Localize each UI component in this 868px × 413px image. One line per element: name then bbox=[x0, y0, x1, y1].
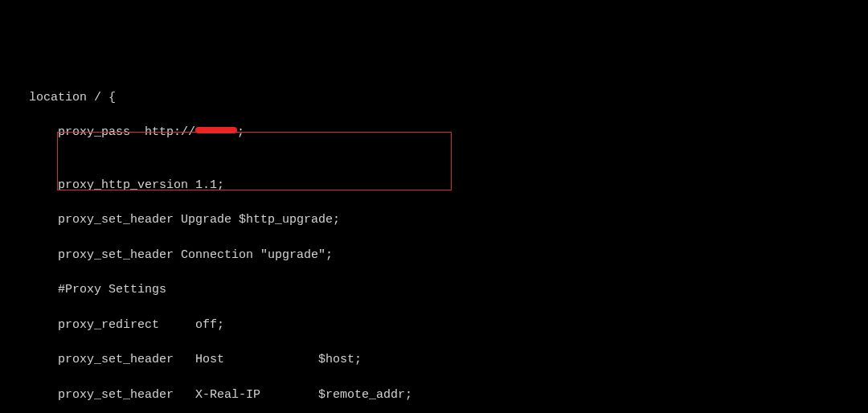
code-line: proxy_http_version 1.1; bbox=[0, 177, 868, 194]
code-line: proxy_set_header Upgrade $http_upgrade; bbox=[0, 211, 868, 229]
code-line: proxy_pass http://; bbox=[0, 124, 868, 141]
nginx-config-code: location / { proxy_pass http://; proxy_h… bbox=[0, 70, 868, 413]
redacted-host bbox=[195, 127, 237, 133]
code-line: proxy_set_header X-Real-IP $remote_addr; bbox=[0, 386, 868, 404]
code-line: proxy_redirect off; bbox=[0, 317, 868, 334]
code-line: location / { bbox=[0, 89, 868, 107]
code-line: proxy_set_header Host $host; bbox=[0, 351, 868, 369]
code-line: #Proxy Settings bbox=[0, 281, 868, 299]
code-text: proxy_pass http:// bbox=[0, 125, 195, 139]
code-line: proxy_set_header Connection "upgrade"; bbox=[0, 247, 868, 264]
